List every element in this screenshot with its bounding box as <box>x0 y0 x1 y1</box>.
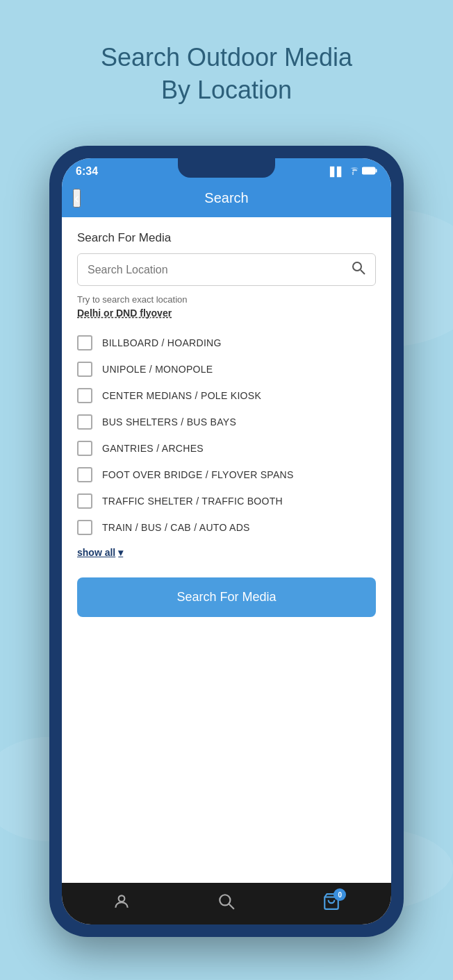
back-button[interactable]: ‹ <box>73 189 81 208</box>
checkbox-item-center_medians[interactable]: CENTER MEDIANS / POLE KIOSK <box>77 388 376 403</box>
svg-rect-1 <box>362 167 375 174</box>
checkbox-box-traffic_shelter[interactable] <box>77 493 92 509</box>
checkbox-item-gantries[interactable]: GANTRIES / ARCHES <box>77 441 376 456</box>
signal-icon: ▋▋ <box>330 167 344 177</box>
checkbox-label-center_medians: CENTER MEDIANS / POLE KIOSK <box>102 390 261 401</box>
checkbox-item-unipole[interactable]: UNIPOLE / MONOPOLE <box>77 362 376 377</box>
checkbox-item-traffic_shelter[interactable]: TRAFFIC SHELTER / TRAFFIC BOOTH <box>77 493 376 509</box>
checkbox-box-gantries[interactable] <box>77 441 92 456</box>
page-background-title: Search Outdoor Media By Location <box>88 42 365 107</box>
phone-frame: 6:34 ▋▋ <box>49 146 404 937</box>
checkbox-label-unipole: UNIPOLE / MONOPOLE <box>102 364 213 375</box>
search-input-wrapper[interactable] <box>77 253 376 286</box>
svg-line-7 <box>229 904 234 909</box>
nav-cart[interactable]: 0 <box>322 893 340 911</box>
checkbox-box-train_bus[interactable] <box>77 520 92 535</box>
svg-line-4 <box>361 270 365 274</box>
nav-search[interactable] <box>217 893 236 911</box>
search-for-media-button[interactable]: Search For Media <box>77 577 376 617</box>
checkbox-item-foot_over[interactable]: FOOT OVER BRIDGE / FLYOVER SPANS <box>77 467 376 482</box>
checkbox-list: BILLBOARD / HOARDINGUNIPOLE / MONOPOLECE… <box>77 335 376 535</box>
checkbox-box-unipole[interactable] <box>77 362 92 377</box>
checkbox-label-bus_shelters: BUS SHELTERS / BUS BAYS <box>102 416 236 428</box>
chevron-down-icon: ▾ <box>118 547 123 558</box>
checkbox-box-foot_over[interactable] <box>77 467 92 482</box>
phone-screen: 6:34 ▋▋ <box>62 158 391 924</box>
svg-point-0 <box>352 174 354 174</box>
cart-badge: 0 <box>333 888 346 901</box>
checkbox-item-billboard[interactable]: BILLBOARD / HOARDING <box>77 335 376 350</box>
checkbox-item-train_bus[interactable]: TRAIN / BUS / CAB / AUTO ADS <box>77 520 376 535</box>
hint-example: Delhi or DND flyover <box>77 307 376 319</box>
search-icon[interactable] <box>352 261 365 278</box>
phone-notch <box>178 158 275 178</box>
checkbox-label-train_bus: TRAIN / BUS / CAB / AUTO ADS <box>102 522 250 533</box>
svg-point-6 <box>220 895 230 905</box>
nav-profile[interactable] <box>113 893 131 911</box>
svg-point-5 <box>118 895 124 902</box>
checkbox-label-traffic_shelter: TRAFFIC SHELTER / TRAFFIC BOOTH <box>102 496 283 507</box>
search-location-input[interactable] <box>88 264 352 276</box>
show-all-button[interactable]: show all ▾ <box>77 547 123 558</box>
svg-point-3 <box>353 262 361 271</box>
status-icons: ▋▋ <box>330 167 377 177</box>
app-header: ‹ Search <box>62 182 391 217</box>
bottom-nav: 0 <box>62 883 391 924</box>
header-title: Search <box>204 190 248 206</box>
hint-text: Try to search exact location <box>77 294 376 305</box>
checkbox-box-billboard[interactable] <box>77 335 92 350</box>
wifi-icon <box>347 167 359 177</box>
checkbox-box-bus_shelters[interactable] <box>77 414 92 430</box>
checkbox-box-center_medians[interactable] <box>77 388 92 403</box>
battery-icon <box>362 167 377 177</box>
status-time: 6:34 <box>76 165 98 178</box>
checkbox-label-foot_over: FOOT OVER BRIDGE / FLYOVER SPANS <box>102 469 294 480</box>
search-section-label: Search For Media <box>77 231 376 245</box>
checkbox-label-gantries: GANTRIES / ARCHES <box>102 443 204 454</box>
content-area: Search For Media Try to search exact loc… <box>62 217 391 883</box>
checkbox-item-bus_shelters[interactable]: BUS SHELTERS / BUS BAYS <box>77 414 376 430</box>
svg-rect-2 <box>376 169 377 172</box>
checkbox-label-billboard: BILLBOARD / HOARDING <box>102 337 222 348</box>
